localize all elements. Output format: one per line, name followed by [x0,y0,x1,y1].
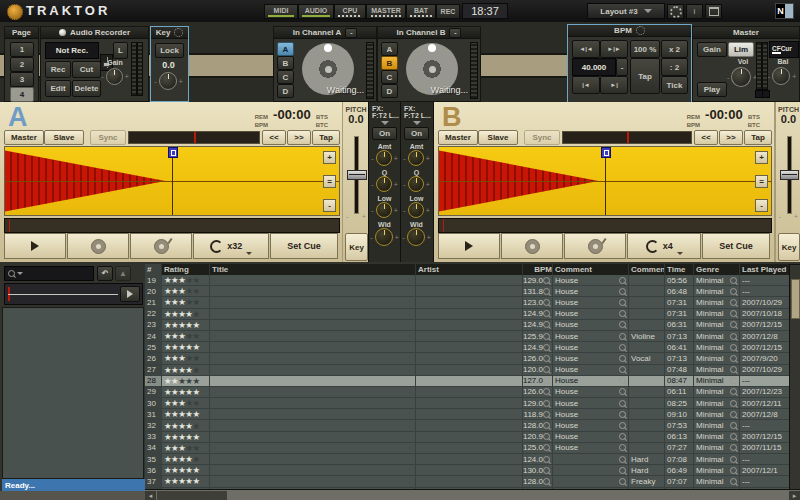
bpm-x2-button[interactable]: x 2 [661,40,688,58]
bpm-step-back-button[interactable]: |◄ [572,76,600,94]
edit-icon[interactable] [543,310,550,317]
master-indicator[interactable]: MASTER [366,4,406,19]
chevron-down-icon[interactable] [381,121,389,125]
key-knob[interactable] [159,72,177,90]
deck-a-set-cue-button[interactable]: Set Cue [270,233,338,259]
edit-icon[interactable] [619,478,626,485]
row-bpm[interactable]: 127.0 [523,376,553,386]
row-rating[interactable]: ★★★★★ [162,476,210,486]
row-genre[interactable]: Minimal [694,454,740,464]
search-input[interactable] [26,268,82,279]
key-lock-button[interactable]: Lock [155,43,184,58]
edit-button[interactable]: Edit [45,80,71,97]
row-bpm[interactable]: 130.0 [523,465,553,475]
row-rating[interactable]: ★★★★★ [162,454,210,464]
cpu-indicator[interactable]: CPU [334,4,366,19]
wave-zoom-in-button[interactable]: + [323,151,336,164]
row-bpm[interactable]: 120.0 [523,365,553,375]
edit-icon[interactable] [543,478,550,485]
row-genre[interactable]: Minimal [694,309,740,319]
row-comment2[interactable] [629,409,665,419]
row-rating[interactable]: ★★★★★ [162,398,210,408]
deck-a-sync-button[interactable]: Sync [90,130,126,145]
playlist-tree[interactable] [2,307,144,479]
edit-icon[interactable] [619,366,626,373]
row-comment[interactable]: House [553,376,629,386]
deck-b-tap-button[interactable]: Tap [744,130,772,145]
row-artist[interactable] [416,376,523,386]
deck-a-loop-button[interactable]: x32 [193,233,269,259]
channel-b-deck-c-button[interactable]: C [381,70,398,84]
row-artist[interactable] [416,286,523,296]
row-genre[interactable]: Minimal [694,465,740,475]
edit-icon[interactable] [730,467,737,474]
channel-b-deck-a-button[interactable]: A [381,42,398,56]
deck-a-pitch-fader-handle[interactable] [347,170,367,180]
col-header-artist[interactable]: Artist [416,264,523,275]
bat-indicator[interactable]: BAT [406,4,436,19]
row-artist[interactable] [416,365,523,375]
edit-icon[interactable] [619,355,626,362]
fx-a-q-knob[interactable] [376,176,392,192]
row-bpm[interactable]: 126.0 [523,387,553,397]
deck-b-pitch-fader-handle[interactable] [780,170,799,180]
table-row[interactable]: 37★★★★★128.0Freaky07:07Minimal--- [145,476,789,487]
row-comment2[interactable] [629,275,665,285]
deck-b-set-cue-button[interactable]: Set Cue [702,233,770,259]
wave-zoom-fit-button[interactable]: = [323,175,336,188]
deck-b-loop-button[interactable]: x4 [627,233,701,259]
row-bpm[interactable]: 124.9 [523,320,553,330]
tick-button[interactable]: Tick [661,76,688,94]
row-bpm[interactable]: 124.9 [523,342,553,352]
row-bpm[interactable]: 126.0 [523,353,553,363]
page-button-4[interactable]: 4 [10,87,34,102]
row-title[interactable] [210,365,416,375]
edit-icon[interactable] [619,321,626,328]
row-title[interactable] [210,297,416,307]
expand-icon[interactable] [636,26,645,35]
fullscreen-button[interactable] [705,4,722,19]
preferences-button[interactable] [667,4,684,19]
fx-a-preset-select[interactable]: F:T2 L... [369,112,400,119]
bpm-percent-button[interactable]: 100 % [630,40,660,58]
row-bpm[interactable]: 128.0 [523,476,553,486]
fx-a-wid-knob[interactable] [375,228,393,246]
row-bpm[interactable]: 129.0 [523,398,553,408]
edit-icon[interactable] [543,321,550,328]
row-title[interactable] [210,353,416,363]
fx-b-on-button[interactable]: On [404,127,429,140]
channel-b-deck-d-button[interactable]: D [381,84,398,98]
search-box[interactable] [4,266,94,281]
col-header-comment[interactable]: Comment [553,264,629,275]
row-genre[interactable]: Minimal [694,387,740,397]
wave-zoom-in-button[interactable]: + [755,151,768,164]
row-comment[interactable]: House [553,432,629,442]
row-bpm[interactable]: 120.9 [523,432,553,442]
vertical-scrollbar[interactable] [789,264,800,491]
edit-icon[interactable] [730,321,737,328]
deck-b-slave-button[interactable]: Slave [478,130,518,145]
edit-icon[interactable] [543,344,550,351]
deck-a-play-button[interactable] [4,233,66,259]
table-row[interactable]: 24★★★★★125.9HouseVioline07:13Minimal2007… [145,331,789,342]
edit-icon[interactable] [619,377,626,384]
recorder-l-button[interactable]: L [113,42,128,59]
row-comment2[interactable] [629,443,665,453]
row-genre[interactable]: Minimal [694,432,740,442]
row-comment2[interactable] [629,286,665,296]
deck-a-seek-fwd-button[interactable]: >> [287,130,311,145]
row-title[interactable] [210,331,416,341]
edit-icon[interactable] [543,299,550,306]
row-genre[interactable]: Minimal [694,443,740,453]
master-play-button[interactable]: Play [697,82,727,97]
row-title[interactable] [210,476,416,486]
info-button[interactable]: i [686,4,703,19]
row-comment2[interactable] [629,398,665,408]
master-vol-knob[interactable] [731,67,751,87]
row-title[interactable] [210,443,416,453]
row-comment2[interactable]: Hard [629,454,665,464]
row-comment[interactable]: House [553,365,629,375]
edit-icon[interactable] [730,310,737,317]
edit-icon[interactable] [730,377,737,384]
fx-b-q-knob[interactable] [408,176,424,192]
